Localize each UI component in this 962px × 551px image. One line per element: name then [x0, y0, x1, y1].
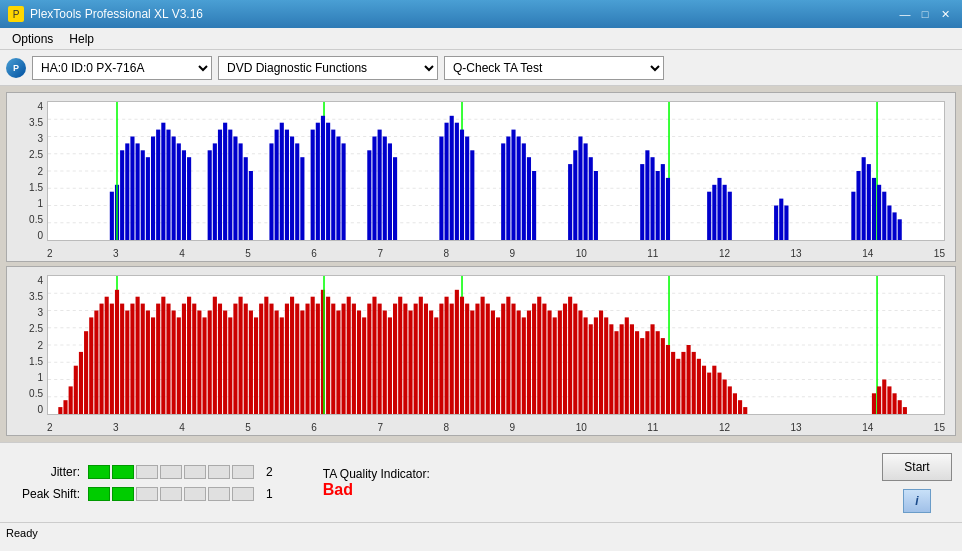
peak-shift-row: Peak Shift: 1: [10, 487, 273, 501]
start-button[interactable]: Start: [882, 453, 952, 481]
menu-help[interactable]: Help: [61, 30, 102, 48]
svg-rect-182: [429, 311, 433, 415]
svg-rect-180: [419, 297, 423, 414]
svg-rect-10: [125, 143, 129, 240]
svg-rect-178: [408, 311, 412, 415]
svg-rect-93: [862, 157, 866, 240]
svg-rect-166: [347, 297, 351, 414]
svg-rect-32: [249, 171, 253, 240]
svg-rect-100: [898, 219, 902, 240]
svg-rect-162: [326, 297, 330, 414]
svg-rect-242: [728, 386, 732, 414]
svg-rect-109: [63, 400, 67, 414]
close-button[interactable]: ✕: [936, 6, 954, 22]
svg-rect-200: [517, 311, 521, 415]
svg-rect-78: [650, 157, 654, 240]
svg-rect-172: [378, 304, 382, 414]
svg-rect-236: [697, 359, 701, 414]
svg-rect-47: [342, 143, 346, 240]
svg-rect-62: [501, 143, 505, 240]
svg-rect-150: [269, 304, 273, 414]
svg-rect-92: [856, 171, 860, 240]
svg-rect-133: [182, 304, 186, 414]
svg-rect-247: [872, 393, 876, 414]
svg-rect-135: [192, 304, 196, 414]
peak-shift-bar-5: [184, 487, 206, 501]
svg-rect-244: [738, 400, 742, 414]
bottom-panel: Jitter: 2 Peak Shift:: [0, 442, 962, 522]
svg-rect-205: [542, 304, 546, 414]
svg-rect-27: [223, 123, 227, 240]
svg-rect-176: [398, 297, 402, 414]
svg-rect-168: [357, 311, 361, 415]
svg-rect-203: [532, 304, 536, 414]
svg-rect-141: [223, 311, 227, 415]
indicators-left: Jitter: 2 Peak Shift:: [10, 465, 273, 501]
svg-rect-154: [290, 297, 294, 414]
bottom-chart-area: [47, 275, 945, 415]
menu-options[interactable]: Options: [4, 30, 61, 48]
svg-rect-31: [244, 157, 248, 240]
maximize-button[interactable]: □: [916, 6, 934, 22]
svg-rect-152: [280, 317, 284, 414]
svg-rect-222: [625, 317, 629, 414]
svg-rect-57: [450, 116, 454, 240]
svg-rect-215: [594, 317, 598, 414]
status-bar: Ready: [0, 522, 962, 542]
svg-rect-22: [187, 157, 191, 240]
function-select[interactable]: DVD Diagnostic Functions: [218, 56, 438, 80]
svg-rect-84: [717, 178, 721, 240]
svg-rect-117: [99, 304, 103, 414]
svg-rect-80: [661, 164, 665, 240]
svg-rect-208: [558, 311, 562, 415]
svg-rect-61: [470, 150, 474, 240]
svg-rect-69: [568, 164, 572, 240]
svg-rect-65: [517, 137, 521, 241]
svg-rect-163: [331, 304, 335, 414]
svg-rect-55: [439, 137, 443, 241]
svg-rect-134: [187, 297, 191, 414]
svg-rect-243: [733, 393, 737, 414]
svg-rect-197: [501, 304, 505, 414]
svg-rect-149: [264, 297, 268, 414]
drive-select[interactable]: HA:0 ID:0 PX-716A: [32, 56, 212, 80]
svg-rect-73: [589, 157, 593, 240]
svg-rect-195: [491, 311, 495, 415]
svg-rect-206: [547, 311, 551, 415]
svg-rect-185: [445, 297, 449, 414]
info-button[interactable]: i: [903, 489, 931, 513]
svg-rect-240: [717, 373, 721, 414]
svg-rect-147: [254, 317, 258, 414]
svg-rect-167: [352, 304, 356, 414]
svg-rect-136: [197, 311, 201, 415]
svg-rect-126: [146, 311, 150, 415]
svg-rect-24: [208, 150, 212, 240]
svg-rect-179: [414, 304, 418, 414]
svg-rect-170: [367, 304, 371, 414]
svg-rect-15: [151, 137, 155, 241]
jitter-bar-5: [184, 465, 206, 479]
top-chart-svg: [48, 102, 944, 240]
svg-rect-145: [244, 304, 248, 414]
svg-rect-67: [527, 157, 531, 240]
svg-rect-158: [311, 297, 315, 414]
svg-rect-115: [89, 317, 93, 414]
svg-rect-224: [635, 331, 639, 414]
svg-rect-83: [712, 185, 716, 240]
svg-rect-28: [228, 130, 232, 240]
peak-shift-bar-2: [112, 487, 134, 501]
svg-rect-51: [383, 137, 387, 241]
svg-rect-81: [666, 178, 670, 240]
svg-rect-214: [589, 324, 593, 414]
test-select[interactable]: Q-Check TA Test: [444, 56, 664, 80]
jitter-bar-2: [112, 465, 134, 479]
svg-rect-123: [130, 304, 134, 414]
svg-rect-82: [707, 192, 711, 240]
peak-shift-bar-6: [208, 487, 230, 501]
svg-rect-11: [130, 137, 134, 241]
svg-rect-213: [584, 317, 588, 414]
svg-rect-79: [656, 171, 660, 240]
minimize-button[interactable]: —: [896, 6, 914, 22]
svg-rect-45: [331, 130, 335, 240]
svg-rect-226: [645, 331, 649, 414]
